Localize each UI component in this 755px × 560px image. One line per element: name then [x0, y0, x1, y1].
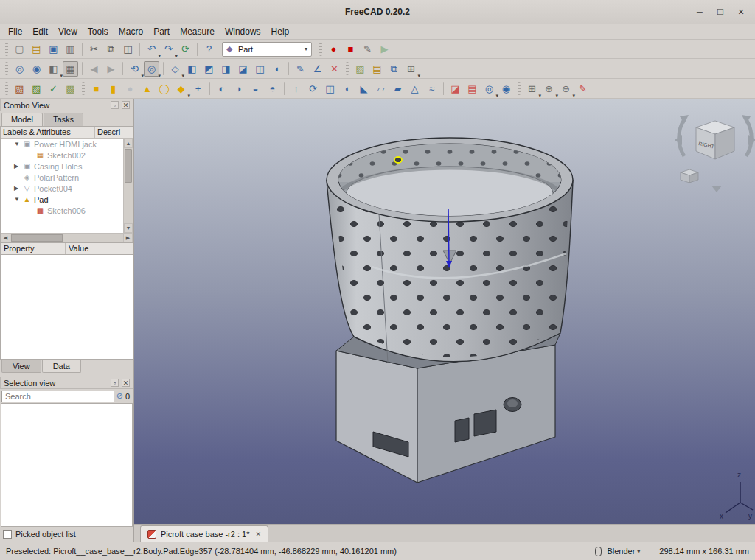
whats-this-button[interactable]: ? — [201, 41, 217, 57]
nav-back-button[interactable]: ◀ — [86, 61, 102, 77]
copy-button[interactable]: ⧉ — [103, 41, 119, 57]
tree-expander-icon[interactable]: ▼ — [14, 196, 22, 203]
defeaturing-button[interactable]: ▩ — [63, 81, 78, 97]
refresh-button[interactable]: ⟳ — [178, 41, 193, 57]
tree-item-sketch006[interactable]: ▦ Sketch006 — [1, 205, 123, 216]
tree-item-power-hdmi-jack[interactable]: ▼ ▣ Power HDMI jack — [1, 139, 123, 150]
check-geometry-button[interactable]: ✓ — [46, 81, 61, 97]
view-front-button[interactable]: ◧ — [184, 61, 200, 77]
split-features-button[interactable]: ⊖ — [558, 81, 574, 97]
close-panel-icon[interactable]: ✕ — [122, 101, 130, 109]
menu-view[interactable]: View — [53, 25, 83, 38]
scroll-right-icon[interactable]: ▶ — [123, 234, 133, 242]
export-button[interactable]: ▨ — [29, 81, 44, 97]
close-panel-icon[interactable]: ✕ — [122, 379, 130, 387]
cut-button[interactable]: ✂ — [86, 41, 102, 57]
chamfer-button[interactable]: ◣ — [356, 81, 372, 97]
property-editor[interactable] — [0, 255, 133, 360]
navigation-style-selector[interactable]: Blender ▾ — [595, 547, 640, 556]
section-button[interactable]: ◪ — [448, 81, 463, 97]
clear-search-icon[interactable]: ⊘ — [116, 391, 123, 401]
boolean-intersect-button[interactable]: ◒ — [248, 81, 263, 97]
ruled-surface-button[interactable]: ▰ — [390, 81, 406, 97]
tree-item-pocket004[interactable]: ▶ ▽ Pocket004 — [1, 183, 123, 194]
new-document-button[interactable]: ▢ — [12, 41, 27, 57]
part-cone-button[interactable]: ▲ — [139, 81, 155, 97]
thickness-button[interactable]: ◉ — [498, 81, 514, 97]
menu-measure[interactable]: Measure — [175, 25, 220, 38]
cross-sections-button[interactable]: ▤ — [465, 81, 480, 97]
macro-stop-button[interactable]: ■ — [343, 41, 358, 57]
part-sphere-button[interactable]: ● — [122, 81, 138, 97]
boolean-union-button[interactable]: ◐ — [214, 81, 229, 97]
fillet-button[interactable]: ◖ — [339, 81, 355, 97]
selection-view-toggle-button[interactable]: ▦ — [63, 61, 78, 77]
tree-item-casing-holes[interactable]: ▶ ▣ Casing Holes — [1, 161, 123, 172]
placement-button[interactable]: ⊞ — [403, 61, 419, 77]
tab-model[interactable]: Model — [1, 113, 43, 126]
preselected-hole-edge[interactable] — [394, 157, 402, 163]
close-tab-icon[interactable]: ✕ — [255, 531, 261, 538]
view-left-button[interactable]: ◖ — [269, 61, 285, 77]
undo-button[interactable]: ↶ — [144, 41, 159, 57]
view-bottom-button[interactable]: ◫ — [252, 61, 268, 77]
selection-list[interactable] — [1, 403, 133, 527]
tree-expander-icon[interactable]: ▼ — [14, 141, 22, 147]
close-button[interactable]: ✕ — [736, 7, 746, 17]
boolean-operation-button[interactable]: ◓ — [265, 81, 280, 97]
3d-viewport[interactable]: RIGHT z x y — [134, 99, 755, 524]
open-document-button[interactable]: ▤ — [29, 41, 44, 57]
view-isometric-button[interactable]: ◇ — [167, 61, 183, 77]
view-right-button[interactable]: ◨ — [218, 61, 234, 77]
tree-item-polarpattern[interactable]: ◈ PolarPattern — [1, 172, 123, 183]
tree-horizontal-scrollbar[interactable]: ◀ ▶ — [1, 233, 133, 242]
tree-item-pad[interactable]: ▼ ▲ Pad — [1, 194, 123, 205]
draw-style-button[interactable]: ◧ — [46, 61, 61, 77]
compound-tools-button[interactable]: ⊞ — [524, 81, 540, 97]
scrollbar-thumb[interactable] — [11, 234, 63, 242]
macro-record-button[interactable]: ● — [326, 41, 341, 57]
property-column-header[interactable]: Property — [1, 243, 66, 254]
menu-windows[interactable]: Windows — [220, 25, 266, 38]
mirror-button[interactable]: ◫ — [322, 81, 338, 97]
float-panel-icon[interactable]: ▫ — [111, 379, 119, 387]
tree-header-description[interactable]: Descri — [95, 127, 133, 138]
revolve-button[interactable]: ⟳ — [305, 81, 321, 97]
tab-tasks[interactable]: Tasks — [44, 113, 83, 126]
workbench-selector[interactable]: ◆ Part ▾ — [222, 42, 312, 57]
fit-selection-button[interactable]: ◉ — [29, 61, 44, 77]
import-button[interactable]: ▧ — [12, 81, 27, 97]
sketch-button[interactable]: ✎ — [575, 81, 591, 97]
tab-data[interactable]: Data — [42, 360, 81, 373]
menu-edit[interactable]: Edit — [27, 25, 53, 38]
scroll-left-icon[interactable]: ◀ — [1, 234, 10, 242]
part-primitives-button[interactable]: ◆ — [173, 81, 189, 97]
menu-tools[interactable]: Tools — [83, 25, 114, 38]
zoom-button[interactable]: ◎ — [144, 61, 159, 77]
fit-all-button[interactable]: ◎ — [12, 61, 27, 77]
menu-macro[interactable]: Macro — [114, 25, 148, 38]
view-top-button[interactable]: ◩ — [201, 61, 217, 77]
redo-button[interactable]: ↷ — [161, 41, 176, 57]
part-cylinder-button[interactable]: ▮ — [105, 81, 121, 97]
loft-button[interactable]: △ — [407, 81, 422, 97]
offset-3d-button[interactable]: ◎ — [481, 81, 497, 97]
measure-angular-button[interactable]: ∠ — [310, 61, 325, 77]
join-features-button[interactable]: ⊕ — [541, 81, 557, 97]
save-document-button[interactable]: ▣ — [46, 41, 61, 57]
scrollbar-thumb[interactable] — [125, 149, 132, 183]
nav-forward-button[interactable]: ▶ — [103, 61, 119, 77]
part-box-button[interactable]: ■ — [88, 81, 104, 97]
measure-linear-button[interactable]: ✎ — [293, 61, 308, 77]
shape-builder-button[interactable]: + — [190, 81, 206, 97]
macro-execute-button[interactable]: ▶ — [377, 41, 392, 57]
menu-help[interactable]: Help — [266, 25, 295, 38]
paste-button[interactable]: ◫ — [120, 41, 136, 57]
tree-item-sketch002[interactable]: ▦ Sketch002 — [1, 150, 123, 161]
document-tab[interactable]: Picroft case base -r2 : 1* ✕ — [140, 525, 268, 542]
print-button[interactable]: ▥ — [63, 41, 78, 57]
link-button[interactable]: ⧉ — [386, 61, 402, 77]
tree-expander-icon[interactable]: ▶ — [14, 185, 22, 192]
scroll-down-icon[interactable]: ▼ — [124, 223, 133, 233]
extrude-button[interactable]: ↑ — [288, 81, 304, 97]
